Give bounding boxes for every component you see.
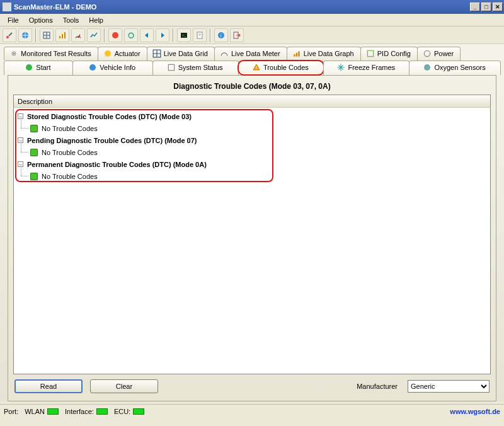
status-ecu: ECU: <box>114 408 144 415</box>
tree-child-stored[interactable]: No Trouble Codes <box>15 122 489 134</box>
tree-node-permanent[interactable]: – Permanent Diagnostic Trouble Codes (DT… <box>15 158 489 170</box>
action-row: Read Clear Manufacturer Generic <box>8 374 496 397</box>
exit-icon[interactable] <box>230 28 244 42</box>
svg-text:i: i <box>220 33 222 38</box>
vendor-link[interactable]: www.wgsoft.de <box>450 408 500 415</box>
tab-strip: Monitored Test Results Actuator Live Dat… <box>0 44 504 401</box>
led-icon <box>133 408 144 415</box>
tab-vehicle-info[interactable]: Vehicle Info <box>72 60 153 75</box>
title-bar: ScanMaster-ELM - DEMO _ □ ✕ <box>0 0 504 14</box>
tab-pid-config[interactable]: PID Config <box>360 47 418 60</box>
back-icon[interactable] <box>140 28 154 42</box>
ok-icon <box>30 125 38 132</box>
svg-rect-4 <box>62 34 63 38</box>
tab-oxygen-sensors[interactable]: Oxygen Sensors <box>409 60 501 75</box>
read-button[interactable]: Read <box>14 379 83 393</box>
ok-icon <box>30 149 38 156</box>
tab-freeze-frames[interactable]: Freeze Frames <box>323 60 410 75</box>
tree-node-stored[interactable]: – Stored Diagnostic Trouble Codes (DTC) … <box>15 110 489 122</box>
tab-live-data-graph[interactable]: Live Data Graph <box>287 47 361 60</box>
terminal-icon[interactable]: >_ <box>177 28 191 42</box>
graph-icon[interactable] <box>87 28 101 42</box>
page-content: Diagnostic Trouble Codes (Mode 03, 07, 0… <box>8 75 496 401</box>
clear-button[interactable]: Clear <box>90 379 158 393</box>
tree-area: – Stored Diagnostic Trouble Codes (DTC) … <box>14 108 490 374</box>
tab-row-top: Monitored Test Results Actuator Live Dat… <box>4 47 500 60</box>
globe-icon[interactable] <box>18 28 32 42</box>
info-small-icon <box>88 63 97 72</box>
chart-icon[interactable] <box>55 28 69 42</box>
svg-rect-3 <box>59 36 60 38</box>
svg-point-23 <box>424 50 430 56</box>
tab-power[interactable]: Power <box>417 47 461 60</box>
svg-rect-22 <box>367 50 373 56</box>
tab-system-status[interactable]: System Status <box>152 60 239 75</box>
ok-icon <box>30 173 38 180</box>
meter-icon[interactable] <box>71 28 85 42</box>
power-icon <box>423 49 432 58</box>
menu-bar: File Options Tools Help <box>0 14 504 26</box>
info-icon[interactable]: i <box>214 28 228 42</box>
grid-small-icon <box>152 49 161 58</box>
minimize-button[interactable]: _ <box>470 3 480 11</box>
led-icon <box>47 408 59 415</box>
close-button[interactable]: ✕ <box>493 3 503 11</box>
document-icon[interactable] <box>193 28 207 42</box>
svg-rect-24 <box>168 64 174 70</box>
gear-icon <box>9 49 18 58</box>
tab-actuator[interactable]: Actuator <box>98 47 147 60</box>
status-icon <box>167 63 176 72</box>
column-header[interactable]: Description <box>14 95 490 108</box>
tree-child-permanent[interactable]: No Trouble Codes <box>15 170 489 182</box>
config-icon <box>366 49 375 58</box>
refresh-icon[interactable] <box>124 28 138 42</box>
svg-text:>_: >_ <box>182 33 187 37</box>
tree-child-pending[interactable]: No Trouble Codes <box>15 146 489 158</box>
status-interface: Interface: <box>65 408 108 415</box>
tab-live-data-grid[interactable]: Live Data Grid <box>147 47 215 60</box>
column-description: Description <box>18 98 52 105</box>
tab-monitored-test-results[interactable]: Monitored Test Results <box>4 47 98 60</box>
connect-icon[interactable] <box>3 28 16 42</box>
tab-live-data-meter[interactable]: Live Data Meter <box>214 47 287 60</box>
tab-start[interactable]: Start <box>4 60 73 75</box>
svg-rect-19 <box>294 54 295 57</box>
svg-point-7 <box>112 32 118 38</box>
status-bar: Port: WLAN Interface: ECU: www.wgsoft.de <box>0 404 504 418</box>
tab-row-bottom: Start Vehicle Info System Status !Troubl… <box>4 60 500 75</box>
menu-file[interactable]: File <box>3 15 24 25</box>
grid-icon[interactable] <box>40 28 54 42</box>
stop-icon[interactable] <box>108 28 122 42</box>
forward-icon[interactable] <box>156 28 169 42</box>
tree-panel: Description – Stored Diagnostic Trouble … <box>13 95 491 374</box>
warning-icon: ! <box>252 63 261 72</box>
tree-node-pending[interactable]: – Pending Diagnostic Trouble Codes (DTC)… <box>15 134 489 146</box>
toolbar: >_ i <box>0 26 504 44</box>
graph-small-icon <box>292 49 301 58</box>
svg-rect-5 <box>64 32 66 38</box>
snowflake-icon <box>336 63 345 72</box>
svg-rect-20 <box>295 53 297 57</box>
window-title: ScanMaster-ELM - DEMO <box>14 3 96 11</box>
manufacturer-select[interactable]: Generic <box>408 380 490 393</box>
svg-text:!: ! <box>256 66 257 70</box>
svg-point-17 <box>13 53 15 55</box>
sensor-icon <box>423 63 432 72</box>
lightning-icon <box>103 49 112 58</box>
status-wlan: WLAN <box>25 408 59 415</box>
menu-tools[interactable]: Tools <box>58 15 84 25</box>
app-icon <box>3 3 11 11</box>
status-port: Port: <box>4 408 18 415</box>
svg-rect-21 <box>298 52 299 57</box>
led-icon <box>96 408 108 415</box>
menu-options[interactable]: Options <box>24 15 58 25</box>
menu-help[interactable]: Help <box>84 15 108 25</box>
meter-small-icon <box>220 49 229 58</box>
play-icon <box>25 63 33 72</box>
section-title: Diagnostic Trouble Codes (Mode 03, 07, 0… <box>8 79 496 95</box>
manufacturer-label: Manufacturer <box>357 383 398 390</box>
tab-trouble-codes[interactable]: !Trouble Codes <box>238 60 324 75</box>
svg-point-0 <box>6 36 9 38</box>
maximize-button[interactable]: □ <box>481 3 491 11</box>
